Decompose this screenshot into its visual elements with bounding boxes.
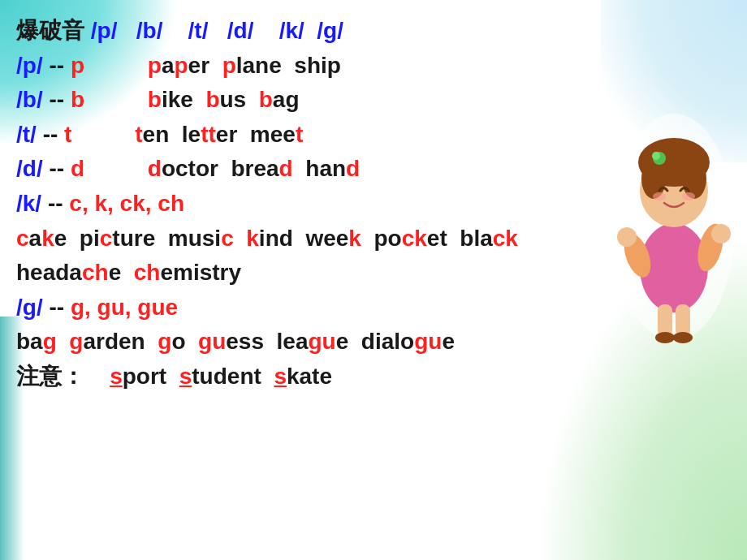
k-words-line1: cake picture music kind week pocket blac… <box>16 222 682 256</box>
phoneme-b: /b/ <box>136 18 163 43</box>
phoneme-p: /p/ <box>91 18 118 43</box>
svg-point-7 <box>641 158 666 199</box>
note-line: 注意： sport student skate <box>16 360 682 394</box>
svg-point-8 <box>682 158 706 199</box>
p-phoneme-line: /p/ -- p paper plane ship <box>16 50 682 83</box>
svg-point-16 <box>673 332 693 343</box>
g-phoneme-label: /g/ -- g, gu, gue <box>16 291 682 325</box>
svg-point-18 <box>711 224 731 243</box>
phoneme-t: /t/ <box>188 18 209 43</box>
svg-point-15 <box>655 332 675 343</box>
svg-point-11 <box>653 192 666 200</box>
phoneme-d: /d/ <box>227 18 254 43</box>
svg-point-12 <box>682 192 695 200</box>
t-phoneme-line: /t/ -- t ten letter meet <box>16 118 682 152</box>
title-chinese: 爆破音 <box>16 18 91 43</box>
main-content: 爆破音 /p/ /b/ /t/ /d/ /k/ /g/ /p/ -- p pap… <box>0 0 698 403</box>
k-phoneme-label: /k/ -- c, k, ck, ch <box>16 187 682 221</box>
d-phoneme-line: /d/ -- d doctor bread hand <box>16 153 682 186</box>
k-words-line2: headache chemistry <box>16 256 682 290</box>
title-line: 爆破音 /p/ /b/ /t/ /d/ /k/ /g/ <box>16 15 682 48</box>
svg-point-17 <box>617 227 637 247</box>
svg-point-10 <box>652 152 660 160</box>
character-illustration <box>609 97 739 357</box>
phoneme-g: /g/ <box>317 18 343 43</box>
g-words-line: bag garden go guess league dialogue <box>16 325 682 359</box>
b-phoneme-line: /b/ -- b bike bus bag <box>16 84 682 117</box>
phoneme-k: /k/ <box>279 18 304 43</box>
